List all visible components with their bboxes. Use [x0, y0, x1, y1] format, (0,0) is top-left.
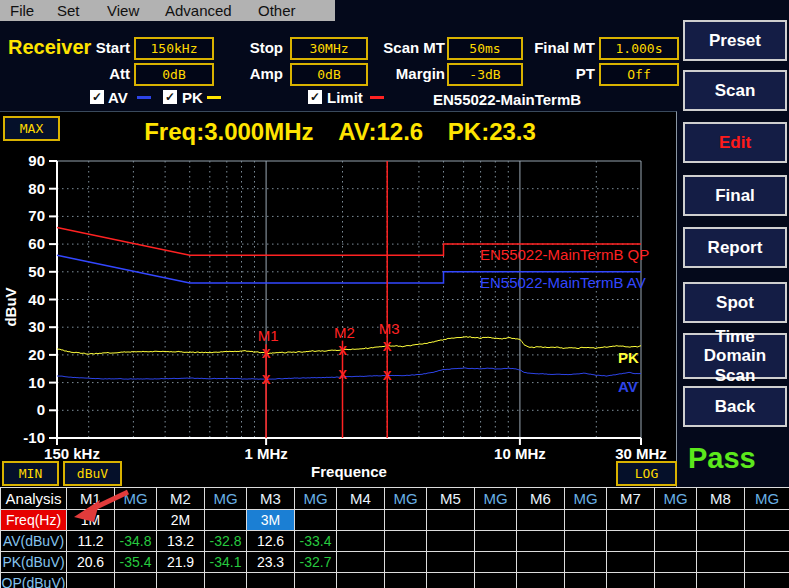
cell-freq-hz--10[interactable] — [517, 510, 565, 531]
menu-item-other[interactable]: Other — [258, 0, 296, 21]
trace-av — [57, 368, 641, 380]
marker-x-m2: X — [338, 343, 347, 358]
y-tick-label: 40 — [28, 291, 45, 308]
marker-x-m3: X — [383, 368, 392, 383]
button-time-domain-scan[interactable]: Time Domain Scan — [683, 333, 787, 379]
cell-av-dbuv--13 — [655, 531, 697, 552]
cell-av-dbuv--9 — [475, 531, 517, 552]
cell-qp-dbuv--6 — [337, 573, 385, 588]
y-tick-label: 80 — [28, 180, 45, 197]
button-spot[interactable]: Spot — [683, 282, 787, 323]
cell-qp-dbuv--14 — [697, 573, 745, 588]
cell-qp-dbuv--13 — [655, 573, 697, 588]
unit-dbuv-button[interactable]: dBuV — [63, 461, 122, 486]
menu-item-view[interactable]: View — [107, 0, 139, 21]
cell-freq-hz--12[interactable] — [607, 510, 655, 531]
menu-item-set[interactable]: Set — [57, 0, 80, 21]
button-final[interactable]: Final — [683, 175, 787, 216]
menu-item-file[interactable]: File — [10, 0, 34, 21]
cell-freq-hz--9[interactable] — [475, 510, 517, 531]
menubar: FileSetViewAdvancedOther — [0, 0, 335, 21]
field-label-start: Start — [35, 39, 130, 56]
checkbox-limit[interactable]: ✓ — [308, 90, 322, 104]
standard-name-label: EN55022-MainTermB — [433, 91, 581, 108]
readout-av: AV:12.6 — [338, 118, 423, 145]
col-header-mg-6: MG — [295, 488, 337, 510]
y-tick-label: 60 — [28, 235, 45, 252]
row-label-av-dbuv-: AV(dBuV) — [1, 531, 67, 552]
cell-freq-hz--11[interactable] — [565, 510, 607, 531]
field-label-amp: Amp — [188, 65, 283, 82]
button-preset[interactable]: Preset — [683, 20, 787, 61]
col-header-m7-13: M7 — [607, 488, 655, 510]
cell-qp-dbuv--1 — [115, 573, 157, 588]
cell-freq-hz--13[interactable] — [655, 510, 697, 531]
max-button[interactable]: MAX — [3, 116, 60, 141]
trace-label-pk: PK — [618, 349, 639, 366]
cell-freq-hz--2[interactable]: 2M — [157, 510, 205, 531]
row-label-freq-hz-: Freq(Hz) — [1, 510, 67, 531]
cell-freq-hz--15[interactable] — [745, 510, 789, 531]
min-button[interactable]: MIN — [2, 461, 59, 486]
field-label-pt: PT — [500, 65, 595, 82]
pass-status: Pass — [688, 442, 756, 475]
cell-freq-hz--6[interactable] — [337, 510, 385, 531]
marker-readout: Freq:3.000MHz AV:12.6 PK:23.3 — [40, 118, 640, 146]
cell-freq-hz--8[interactable] — [427, 510, 475, 531]
cell-av-dbuv--14 — [697, 531, 745, 552]
cell-pk-dbuv--11 — [565, 552, 607, 573]
cell-av-dbuv--0: 11.2 — [67, 531, 115, 552]
marker-x-m3: X — [383, 339, 392, 354]
trace-color-swatch-pk — [207, 96, 221, 99]
menu-item-advanced[interactable]: Advanced — [165, 0, 232, 21]
field-final-mt[interactable]: 1.000s — [599, 37, 679, 60]
cell-freq-hz--5[interactable] — [295, 510, 337, 531]
col-header-mg-4: MG — [205, 488, 247, 510]
checkbox-label-pk: PK — [182, 89, 203, 106]
cell-av-dbuv--8 — [427, 531, 475, 552]
col-header-m5-9: M5 — [427, 488, 475, 510]
cell-pk-dbuv--8 — [427, 552, 475, 573]
checkbox-label-limit: Limit — [327, 89, 363, 106]
cell-qp-dbuv--15 — [745, 573, 789, 588]
marker-label-m3: M3 — [379, 320, 400, 337]
checkbox-label-av: AV — [108, 89, 128, 106]
cell-av-dbuv--1: -34.8 — [115, 531, 157, 552]
field-label-scan-mt: Scan MT — [350, 39, 445, 56]
cell-pk-dbuv--3: -34.1 — [205, 552, 247, 573]
marker-label-m1: M1 — [258, 327, 279, 344]
field-label-final-mt: Final MT — [500, 39, 595, 56]
field-label-margin: Margin — [350, 65, 445, 82]
cell-av-dbuv--12 — [607, 531, 655, 552]
button-scan[interactable]: Scan — [683, 70, 787, 111]
cell-pk-dbuv--4: 23.3 — [247, 552, 295, 573]
y-tick-label: 50 — [28, 263, 45, 280]
cell-pk-dbuv--2: 21.9 — [157, 552, 205, 573]
field-pt[interactable]: Off — [599, 63, 679, 86]
cell-pk-dbuv--0: 20.6 — [67, 552, 115, 573]
cell-freq-hz--4[interactable]: 3M — [247, 510, 295, 531]
button-report[interactable]: Report — [683, 227, 787, 268]
checkbox-av[interactable]: ✓ — [90, 90, 104, 104]
button-edit[interactable]: Edit — [683, 122, 787, 163]
checkbox-pk[interactable]: ✓ — [163, 90, 177, 104]
log-scale-button[interactable]: LOG — [616, 461, 677, 486]
limit-line-label: EN55022-MainTermB AV — [480, 274, 646, 291]
cell-freq-hz--7[interactable] — [385, 510, 427, 531]
spectrum-plot[interactable]: -100102030405060708090dBuV150 kHz1 MHz10… — [0, 112, 677, 488]
trace-color-swatch-limit — [370, 96, 384, 99]
y-tick-label: 10 — [28, 374, 45, 391]
cell-qp-dbuv--0 — [67, 573, 115, 588]
readout-freq: Freq:3.000MHz — [144, 118, 313, 145]
cell-qp-dbuv--12 — [607, 573, 655, 588]
cell-av-dbuv--10 — [517, 531, 565, 552]
cell-pk-dbuv--6 — [337, 552, 385, 573]
button-back[interactable]: Back — [683, 386, 787, 427]
col-header-m8-15: M8 — [697, 488, 745, 510]
cell-freq-hz--14[interactable] — [697, 510, 745, 531]
cell-freq-hz--3[interactable] — [205, 510, 247, 531]
col-header-mg-8: MG — [385, 488, 427, 510]
cell-pk-dbuv--5: -32.7 — [295, 552, 337, 573]
col-header-m3-5: M3 — [247, 488, 295, 510]
cell-pk-dbuv--14 — [697, 552, 745, 573]
